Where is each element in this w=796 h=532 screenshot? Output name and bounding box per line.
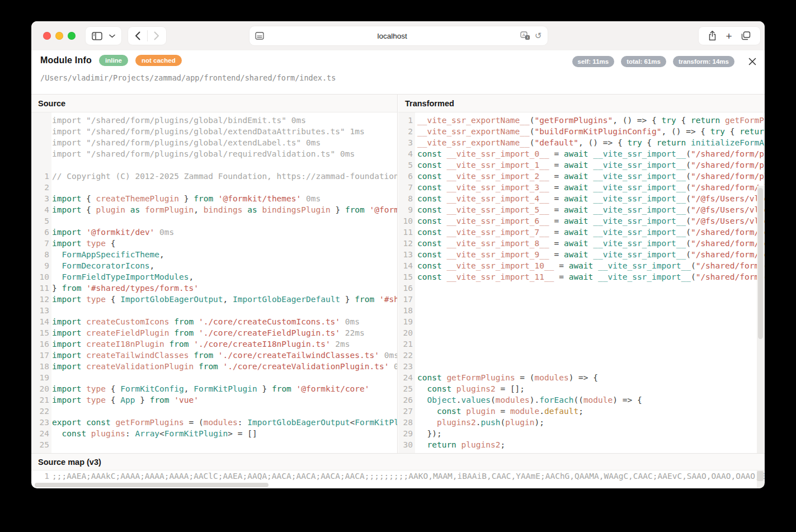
code-line: 10const __vite_ssr_import_6__ = await __… <box>398 215 765 227</box>
code-line: 7const __vite_ssr_import_3__ = await __v… <box>398 182 765 193</box>
code-line: 5 <box>31 215 397 227</box>
sidebar-icon[interactable] <box>92 32 102 40</box>
line-number <box>31 148 49 159</box>
line-number: 27 <box>398 406 413 417</box>
code-line: 29 }); <box>398 428 765 439</box>
code-line: 18 <box>398 305 765 316</box>
line-number <box>31 115 49 126</box>
share-icon[interactable] <box>708 31 717 41</box>
line-number: 8 <box>398 193 413 204</box>
line-number: 15 <box>31 327 49 338</box>
sourcemap-horizontal-scrollbar[interactable] <box>35 483 269 487</box>
line-number <box>31 126 49 137</box>
line-number: 8 <box>31 249 49 260</box>
line-number: 25 <box>398 383 413 394</box>
code-line: 8 FormAppSpecificTheme, <box>31 249 397 260</box>
code-line: 4const __vite_ssr_import_0__ = await __v… <box>398 148 765 159</box>
code-line: import "/shared/form/plugins/global/bind… <box>31 115 397 126</box>
line-number: 2 <box>398 126 413 137</box>
code-line: 23export const getFormPlugins = (modules… <box>31 417 397 428</box>
code-line: 21import type { App } from 'vue' <box>31 394 397 406</box>
code-line: 27 const plugin = module.default; <box>398 406 765 417</box>
code-line: 19 <box>31 372 397 383</box>
new-tab-icon[interactable]: + <box>726 31 732 41</box>
code-line: 30 return plugins2; <box>398 439 765 450</box>
line-number: 12 <box>31 294 49 305</box>
line-number: 19 <box>398 316 413 327</box>
line-number: 15 <box>398 271 413 283</box>
close-icon[interactable] <box>748 57 757 66</box>
code-line: 25 <box>31 439 397 450</box>
line-number: 13 <box>31 305 49 316</box>
line-number <box>31 159 49 171</box>
code-line: 26 Object.values(modules).forEach((modul… <box>398 394 765 406</box>
line-number: 3 <box>398 137 413 148</box>
module-file-path: /Users/vladimir/Projects/zammad/app/fron… <box>40 73 336 82</box>
page-title: Module Info <box>40 55 92 65</box>
browser-window: localhost Ax ↻ + Module Info inline not … <box>31 21 765 488</box>
code-line: 16import createI18nPlugin from './core/c… <box>31 338 397 350</box>
self-time-badge: self: 11ms <box>572 56 615 67</box>
line-number: 29 <box>398 428 413 439</box>
back-icon[interactable] <box>135 31 140 40</box>
line-number: 23 <box>398 361 413 372</box>
line-number: 9 <box>398 204 413 215</box>
line-number: 1 <box>31 171 49 182</box>
reader-icon[interactable] <box>255 32 264 40</box>
code-line: 11} from '#shared/types/form.ts' <box>31 283 397 294</box>
code-line: import "/shared/form/plugins/global/exte… <box>31 137 397 148</box>
forward-icon[interactable] <box>154 31 159 40</box>
transformed-vertical-scrollbar[interactable] <box>758 188 763 339</box>
sourcemap-title: Source map (v3) <box>31 454 765 470</box>
line-number: 23 <box>31 417 49 428</box>
code-line: 12const __vite_ssr_import_8__ = await __… <box>398 238 765 249</box>
address-bar[interactable]: localhost Ax ↻ <box>249 26 548 46</box>
sourcemap-section: Source map (v3) 1 ;;;AAEA;AAAkC;AAAA;AAA… <box>31 453 765 488</box>
nav-divider <box>147 30 148 41</box>
line-number: 10 <box>31 271 49 283</box>
code-line: 3__vite_ssr_exportName__("default", () =… <box>398 137 765 148</box>
code-line: 17 <box>398 294 765 305</box>
code-line: 3import { createThemePlugin } from '@for… <box>31 193 397 204</box>
traffic-zoom-button[interactable] <box>68 32 76 40</box>
code-line: 24const getFormPlugins = (modules) => { <box>398 372 765 383</box>
code-line <box>31 159 397 171</box>
code-line: 20import type { FormKitConfig, FormKitPl… <box>31 383 397 394</box>
traffic-minimize-button[interactable] <box>55 32 63 40</box>
code-line: 9const __vite_ssr_import_5__ = await __v… <box>398 204 765 215</box>
line-number: 22 <box>398 350 413 361</box>
line-number: 9 <box>31 260 49 271</box>
sourcemap-vertical-scrollbar[interactable] <box>757 471 764 481</box>
line-number: 1 <box>398 115 413 126</box>
code-line: 4import { plugin as formPlugin, bindings… <box>31 204 397 215</box>
line-number: 24 <box>398 372 413 383</box>
window-actions-group: + <box>698 26 761 45</box>
code-line: 8const __vite_ssr_import_4__ = await __v… <box>398 193 765 204</box>
code-line: 19 <box>398 316 765 327</box>
tabs-overview-icon[interactable] <box>741 31 751 40</box>
line-number: 6 <box>398 171 413 182</box>
code-line: 18import createValidationPlugin from './… <box>31 361 397 372</box>
line-number: 4 <box>398 148 413 159</box>
sourcemap-mappings: ;;;AAEA;AAAkC;AAAA;AAAA;AAAA;AAClC;AAEA;… <box>52 470 765 482</box>
code-line: 23 <box>398 361 765 372</box>
line-number: 19 <box>31 372 49 383</box>
sidebar-button-group <box>85 26 122 45</box>
chevron-down-icon[interactable] <box>109 34 115 38</box>
code-line: 11const __vite_ssr_import_7__ = await __… <box>398 227 765 238</box>
line-number: 17 <box>398 294 413 305</box>
reload-icon[interactable]: ↻ <box>535 31 542 41</box>
code-line: 21 <box>398 338 765 350</box>
line-number: 6 <box>31 227 49 238</box>
translate-icon[interactable]: Ax <box>520 31 530 40</box>
url-text: localhost <box>264 32 520 40</box>
line-number: 20 <box>31 383 49 394</box>
code-line: 6import '@formkit/dev' 0ms <box>31 227 397 238</box>
line-number: 1 <box>31 470 49 482</box>
traffic-close-button[interactable] <box>43 32 51 40</box>
code-line: 17import createTailwindClasses from './c… <box>31 350 397 361</box>
inline-badge: inline <box>99 55 128 66</box>
line-number: 28 <box>398 417 413 428</box>
transformed-code: 1__vite_ssr_exportName__("getFormPlugins… <box>398 112 765 454</box>
code-line: 1// Copyright (C) 2012-2025 Zammad Found… <box>31 171 397 182</box>
